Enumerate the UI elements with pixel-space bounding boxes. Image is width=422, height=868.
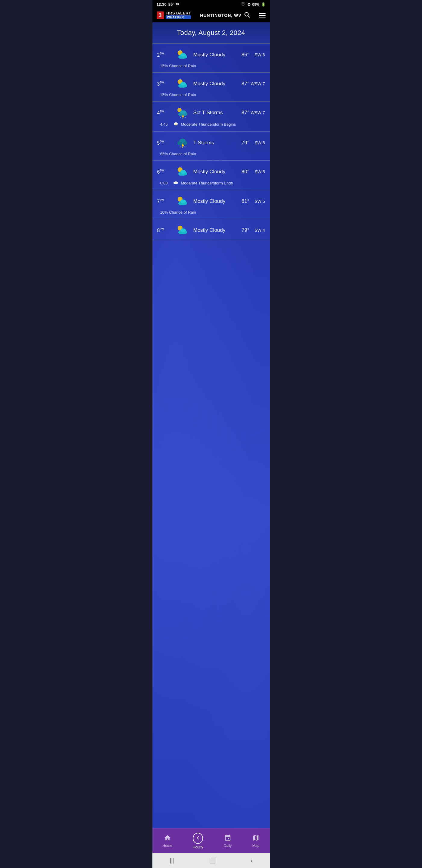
bottom-nav: Home Hourly Daily Map [153,828,270,853]
hourly-detail: 6:00 Moderate Thunderstorm Ends [157,181,265,186]
svg-point-35 [176,182,178,184]
nav-hourly[interactable]: Hourly [188,832,208,850]
svg-point-26 [180,147,181,147]
hourly-main: 4PM Sct T-Storms 87° WSW 7 [157,106,265,119]
status-bar: 12:30 85° ✉ ⊘ 69% 🔋 [153,0,270,9]
dnd-icon: ⊘ [247,2,251,7]
hour-time: 3PM [157,81,173,87]
menu-button[interactable] [259,13,266,18]
svg-line-1 [248,16,250,18]
detail-text: 65% Chance of Rain [160,152,196,156]
weather-icon-mostly-cloudy-day [175,195,190,208]
detail-weather-icon [173,121,178,127]
svg-point-27 [184,147,185,147]
svg-point-16 [180,110,186,114]
hourly-row: 4PM Sct T-Storms 87° WSW 7 4:45 [153,101,270,132]
hour-wind: SW 8 [250,141,265,145]
home-icon [164,834,171,842]
svg-point-6 [181,53,186,57]
weather-icon-sct-tstorm [175,106,190,119]
nav-hourly-label: Hourly [193,845,203,849]
detail-text: 10% Chance of Rain [160,210,196,215]
logo-number: 3 [157,11,164,19]
hourly-main: 6PM Mostly Cloudy 80° SW 5 [157,165,265,178]
logo-weather: WEATHER [166,16,191,19]
hourly-detail: 15% Chance of Rain [157,93,265,97]
system-home-square[interactable]: ⬜ [209,857,216,864]
hour-temp: 80° [234,169,250,175]
hour-wind: SW 6 [250,53,265,57]
hour-description: T-Storms [193,140,234,146]
location-text: HUNTINGTON, WV [200,13,241,18]
weather-icon-mostly-cloudy-day [175,78,190,90]
hourly-row: 5PM T-Storms 79° SW 8 65% Chance of Rain [153,132,270,161]
hourly-main: 7PM Mostly Cloudy 81° SW 5 [157,195,265,208]
hour-description: Mostly Cloudy [193,198,234,204]
hour-description: Mostly Cloudy [193,169,234,175]
nav-map-label: Map [252,844,259,848]
svg-point-40 [181,199,186,203]
hourly-row: 6PM Mostly Cloudy 80° SW 5 6:00 [153,161,270,190]
detail-text: 15% Chance of Rain [160,93,196,97]
hourly-main: 5PM T-Storms 79° SW 8 [157,136,265,149]
svg-point-34 [173,182,176,184]
status-temp: 85° [168,2,174,7]
logo-text: FIRSTALERT WEATHER [166,11,191,19]
nav-daily-label: Daily [224,844,232,848]
hour-wind: SW 5 [250,199,265,204]
system-nav: ||| ⬜ ‹ [153,853,270,868]
svg-point-17 [180,117,181,118]
logo-first-alert: FIRSTALERT [166,11,191,16]
header-location[interactable]: HUNTINGTON, WV [200,12,250,19]
date-header: Today, August 2, 2024 [153,22,270,44]
nav-home[interactable]: Home [158,833,177,849]
hour-wind: WSW 7 [250,110,265,115]
weather-icon-mostly-cloudy-day [175,224,190,237]
daily-icon [224,834,231,842]
svg-point-11 [181,82,186,86]
weather-icon-mostly-cloudy-day [175,49,190,61]
wifi-icon [240,2,246,7]
hour-description: Mostly Cloudy [193,81,234,87]
search-icon[interactable] [244,12,250,19]
hourly-row: 7PM Mostly Cloudy 81° SW 5 10% Chance of… [153,190,270,219]
weather-icon-tstorm [175,136,190,149]
hourly-detail: 10% Chance of Rain [157,210,265,215]
hour-description: Sct T-Storms [193,110,234,116]
hour-temp: 86° [234,52,250,58]
detail-time: 4:45 [160,122,171,127]
hour-time: 7PM [157,198,173,204]
hour-time: 5PM [157,140,173,146]
detail-weather-icon [173,181,178,186]
nav-map[interactable]: Map [247,833,264,849]
hour-time: 8PM [157,227,173,233]
status-time: 12:30 [157,2,167,7]
hour-temp: 79° [234,140,250,146]
system-back-lines[interactable]: ||| [170,858,174,864]
hourly-main: 2PM Mostly Cloudy 86° SW 6 [157,49,265,61]
app-header: 3 FIRSTALERT WEATHER HUNTINGTON, WV [153,9,270,22]
hour-wind: SW 4 [250,228,265,233]
svg-point-32 [181,170,186,174]
status-notification-icon: ✉ [176,2,178,6]
hourly-row: 3PM Mostly Cloudy 87° WSW 7 15% Chance o… [153,73,270,101]
hourly-main: 3PM Mostly Cloudy 87° WSW 7 [157,78,265,90]
hourly-detail: 4:45 Moderate Thunderstorm Begins [157,121,265,127]
nav-home-label: Home [163,844,172,848]
svg-point-0 [245,13,248,16]
hour-time: 6PM [157,169,173,175]
hour-wind: SW 5 [250,169,265,174]
app-logo: 3 FIRSTALERT WEATHER [157,11,191,19]
date-text: Today, August 2, 2024 [177,29,245,36]
hourly-list: 2PM Mostly Cloudy 86° SW 6 15% Chance of… [153,44,270,241]
weather-content: 2PM Mostly Cloudy 86° SW 6 15% Chance of… [153,44,270,828]
detail-time: 6:00 [160,181,171,185]
hour-time: 4PM [157,110,173,116]
hourly-row: 8PM Mostly Cloudy 79° SW 4 [153,219,270,241]
nav-daily[interactable]: Daily [219,833,237,849]
battery-icon: 🔋 [261,2,266,7]
hour-temp: 87° [234,110,250,116]
svg-point-25 [180,138,186,143]
hour-temp: 87° [234,81,250,87]
system-back-arrow[interactable]: ‹ [250,858,252,864]
